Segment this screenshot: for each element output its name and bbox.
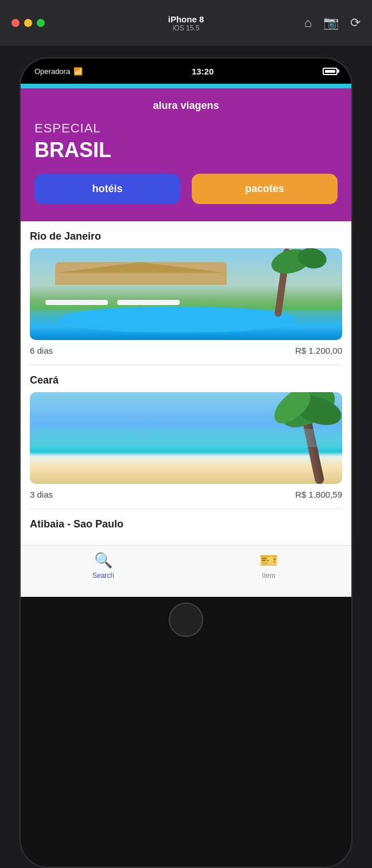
destination-meta-rio: 6 dias R$ 1.200,00 <box>30 346 342 355</box>
title-bar-icons: ⌂ 📷 ⟳ <box>304 15 361 30</box>
minimize-button[interactable] <box>24 19 32 27</box>
time-display: 13:20 <box>192 67 214 76</box>
tab-bar: 🔍 Search 🎫 Item <box>21 545 351 597</box>
wifi-icon: 📶 <box>73 67 83 76</box>
home-icon[interactable]: ⌂ <box>304 15 312 30</box>
destination-name-rio: Rio de Janeiro <box>30 230 342 243</box>
phone-content: alura viagens ESPECIAL BRASIL hotéis pac… <box>21 84 351 545</box>
destination-image-rio <box>30 248 342 340</box>
destination-image-ceara <box>30 392 342 484</box>
destination-atibaia[interactable]: Atibaia - Sao Paulo <box>30 509 342 545</box>
maximize-button[interactable] <box>37 19 45 27</box>
ceara-days: 3 dias <box>30 490 53 499</box>
traffic-lights <box>11 19 45 27</box>
battery-level <box>325 70 335 73</box>
tab-item[interactable]: 🎫 Item <box>186 552 351 580</box>
destinations-list: Rio de Janeiro <box>21 221 351 545</box>
hotels-button[interactable]: hotéis <box>34 174 180 204</box>
item-tab-icon: 🎫 <box>259 552 278 569</box>
item-tab-label: Item <box>262 572 275 580</box>
status-right <box>323 68 338 75</box>
carrier-label: Operadora <box>34 67 70 76</box>
status-bar: Operadora 📶 13:20 <box>21 58 351 84</box>
packages-button[interactable]: pacotes <box>192 174 338 204</box>
rio-price: R$ 1.200,00 <box>295 346 342 355</box>
hero-special-label: ESPECIAL <box>34 121 338 136</box>
destination-name-ceara: Ceará <box>30 374 342 386</box>
hero-buttons: hotéis pacotes <box>34 174 338 204</box>
tab-search[interactable]: 🔍 Search <box>21 552 186 580</box>
search-tab-label: Search <box>92 572 114 580</box>
rio-days: 6 dias <box>30 346 53 355</box>
rotate-icon[interactable]: ⟳ <box>350 15 361 30</box>
app-title: alura viagens <box>34 100 338 112</box>
device-name: iPhone 8 <box>168 14 204 24</box>
teal-accent-bar <box>21 84 351 88</box>
phone-frame: Operadora 📶 13:20 alura viagens ESPECIAL… <box>20 57 352 868</box>
destination-ceara[interactable]: Ceará 3 dias R$ <box>30 365 342 509</box>
close-button[interactable] <box>11 19 20 27</box>
search-tab-icon: 🔍 <box>94 552 113 569</box>
status-left: Operadora 📶 <box>34 67 83 76</box>
destination-meta-ceara: 3 dias R$ 1.800,59 <box>30 490 342 499</box>
title-bar-center: iPhone 8 iOS 15.5 <box>168 14 204 32</box>
home-button-area <box>21 597 351 643</box>
destination-rio[interactable]: Rio de Janeiro <box>30 221 342 365</box>
device-os: iOS 15.5 <box>168 24 204 32</box>
ceara-price: R$ 1.800,59 <box>295 490 342 499</box>
hero-banner: alura viagens ESPECIAL BRASIL hotéis pac… <box>21 88 351 221</box>
screenshot-icon[interactable]: 📷 <box>323 15 339 30</box>
title-bar: iPhone 8 iOS 15.5 ⌂ 📷 ⟳ <box>0 0 372 46</box>
home-button[interactable] <box>169 603 203 637</box>
hero-country-label: BRASIL <box>34 138 338 162</box>
destination-name-atibaia: Atibaia - Sao Paulo <box>30 518 342 530</box>
battery-icon <box>323 68 338 75</box>
